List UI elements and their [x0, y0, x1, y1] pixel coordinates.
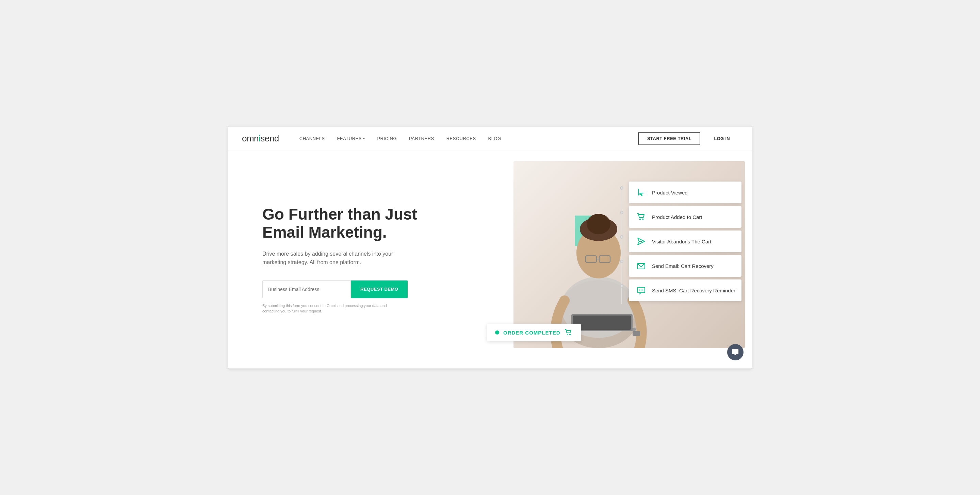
workflow-item-send-email: Send Email: Cart Recovery [629, 255, 741, 277]
browser-frame: omnisend CHANNELS FEATURES ▾ PRICING PAR… [228, 126, 752, 369]
navbar: omnisend CHANNELS FEATURES ▾ PRICING PAR… [228, 127, 752, 151]
chevron-down-icon: ▾ [363, 136, 365, 140]
workflow-item-product-viewed: Product Viewed [629, 182, 741, 203]
cart-icon [635, 211, 647, 223]
hero-section: Go Further than Just Email Marketing. Dr… [228, 151, 752, 368]
sms-icon [635, 284, 647, 297]
nav-features[interactable]: FEATURES ▾ [337, 136, 365, 141]
svg-rect-11 [633, 331, 640, 336]
nav-partners[interactable]: PARTNERS [409, 136, 434, 141]
order-completed-dot [495, 330, 499, 335]
svg-point-4 [587, 214, 611, 234]
hero-left: Go Further than Just Email Marketing. Dr… [262, 205, 439, 314]
send-sms-label: Send SMS: Cart Recovery Reminder [652, 288, 735, 294]
email-icon [635, 260, 647, 272]
workflow-item-visitor-abandons: Visitor Abandons The Cart [629, 230, 741, 252]
product-added-label: Product Added to Cart [652, 214, 702, 220]
start-trial-button[interactable]: START FREE TRIAL [638, 132, 701, 145]
visitor-abandons-label: Visitor Abandons The Cart [652, 239, 711, 244]
nav-links: CHANNELS FEATURES ▾ PRICING PARTNERS RES… [299, 136, 638, 141]
svg-point-20 [642, 290, 643, 291]
nav-pricing[interactable]: PRICING [377, 136, 397, 141]
hero-disclaimer: By submitting this form you consent to O… [262, 303, 392, 314]
email-input[interactable] [262, 281, 351, 298]
request-demo-button[interactable]: REQUEST DEMO [351, 281, 408, 298]
nav-blog[interactable]: BLOG [488, 136, 501, 141]
svg-point-13 [642, 219, 643, 220]
svg-point-12 [640, 219, 640, 220]
chat-icon [732, 349, 739, 356]
workflow-container: Product Viewed [629, 182, 741, 304]
hero-right: Product Viewed [453, 171, 738, 348]
send-email-label: Send Email: Cart Recovery [652, 263, 714, 269]
svg-point-21 [567, 334, 568, 335]
nav-resources[interactable]: RESOURCES [447, 136, 476, 141]
svg-point-19 [640, 290, 641, 291]
hero-form: REQUEST DEMO [262, 281, 439, 298]
workflow-dot-5 [620, 284, 624, 288]
order-completed-badge: ORDER COMPLETED [487, 324, 581, 341]
svg-point-22 [569, 334, 570, 335]
hero-title: Go Further than Just Email Marketing. [262, 205, 439, 241]
logo[interactable]: omnisend [242, 133, 279, 144]
workflow-dot-3 [620, 235, 624, 239]
workflow-dot-2 [620, 211, 624, 214]
product-viewed-label: Product Viewed [652, 190, 688, 195]
nav-actions: START FREE TRIAL LOG IN [638, 132, 738, 145]
svg-rect-10 [573, 316, 631, 330]
send-icon [635, 235, 647, 248]
cart-completed-icon [565, 328, 573, 336]
workflow-dot-1 [620, 186, 624, 190]
workflow-dot-4 [620, 260, 624, 263]
svg-point-18 [639, 290, 640, 291]
chat-widget[interactable] [727, 344, 743, 360]
hero-subtitle: Drive more sales by adding several chann… [262, 249, 405, 267]
order-completed-text: ORDER COMPLETED [503, 330, 560, 336]
login-button[interactable]: LOG IN [706, 133, 738, 144]
nav-channels[interactable]: CHANNELS [299, 136, 325, 141]
workflow-item-send-sms: Send SMS: Cart Recovery Reminder [629, 279, 741, 301]
workflow-item-product-added: Product Added to Cart [629, 206, 741, 228]
cursor-icon [635, 186, 647, 198]
